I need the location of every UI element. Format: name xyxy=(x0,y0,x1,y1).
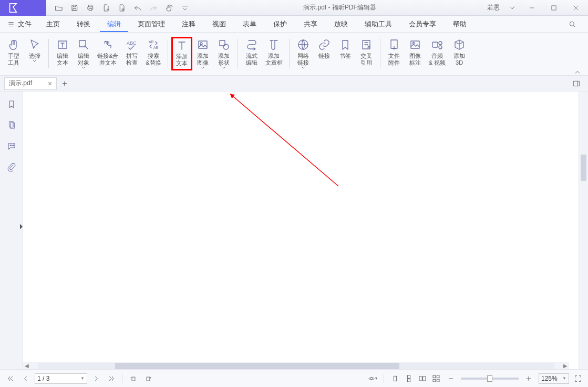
chevron-down-icon xyxy=(33,59,37,63)
link-merge-button[interactable]: AB 链接&合 并文本 xyxy=(94,37,121,70)
edit-text-button[interactable]: 编辑 文本 xyxy=(52,37,73,70)
redo-icon[interactable] xyxy=(146,1,161,15)
menu-home[interactable]: 主页 xyxy=(39,16,67,32)
continuous-page-icon[interactable] xyxy=(404,374,414,383)
link-button[interactable]: 链接 xyxy=(314,37,335,70)
menu-view[interactable]: 视图 xyxy=(205,16,233,32)
menu-help[interactable]: 帮助 xyxy=(446,16,474,32)
svg-rect-35 xyxy=(433,375,436,378)
reflow-icon xyxy=(245,38,259,52)
qat-dropdown-icon[interactable] xyxy=(178,1,192,15)
menu-edit[interactable]: 编辑 xyxy=(100,16,128,32)
hand-tool-button[interactable]: 手型 工具 xyxy=(3,37,24,67)
zoom-slider[interactable] xyxy=(461,378,519,380)
maximize-button[interactable] xyxy=(544,1,564,15)
menu-accessibility[interactable]: 辅助工具 xyxy=(357,16,399,32)
close-button[interactable] xyxy=(566,1,586,15)
reflow-edit-button[interactable]: 流式 编辑 xyxy=(241,37,262,67)
svg-point-18 xyxy=(439,42,442,45)
menu-convert[interactable]: 转换 xyxy=(69,16,98,32)
svg-rect-21 xyxy=(9,121,13,127)
zoom-in-button[interactable] xyxy=(523,373,534,384)
page-add-icon[interactable] xyxy=(99,1,114,15)
save-icon[interactable] xyxy=(67,1,82,15)
attachments-panel-icon[interactable] xyxy=(6,162,17,172)
audio-video-button[interactable]: 音频 & 视频 xyxy=(426,37,449,67)
last-page-button[interactable] xyxy=(105,373,117,384)
svg-point-25 xyxy=(13,145,14,146)
rotate-ccw-button[interactable] xyxy=(128,373,139,384)
comments-panel-icon[interactable] xyxy=(6,141,17,151)
vertical-scrollbar[interactable] xyxy=(579,91,588,369)
document-tab[interactable]: 演示.pdf × xyxy=(4,77,57,90)
menu-page-manage[interactable]: 页面管理 xyxy=(130,16,172,32)
next-page-button[interactable] xyxy=(90,373,102,384)
undo-icon[interactable] xyxy=(130,1,145,15)
text-edit-icon xyxy=(56,38,69,52)
new-tab-button[interactable]: + xyxy=(62,79,67,88)
svg-rect-28 xyxy=(147,377,150,381)
prev-page-button[interactable] xyxy=(20,373,32,384)
page-number-input[interactable]: 1 / 3▼ xyxy=(35,373,87,384)
single-page-icon[interactable] xyxy=(390,374,400,383)
menu-annotate[interactable]: 注释 xyxy=(174,16,203,32)
page-export-icon[interactable] xyxy=(115,1,129,15)
menu-protect[interactable]: 保护 xyxy=(266,16,294,32)
search-replace-button[interactable]: ABAB 搜索 &替换 xyxy=(142,37,164,70)
edit-object-button[interactable]: 编辑 对象 xyxy=(73,37,94,70)
add-3d-button[interactable]: 添加 3D xyxy=(449,37,470,67)
zoom-value-input[interactable]: 125%▼ xyxy=(539,373,569,384)
rotate-cw-button[interactable] xyxy=(142,373,154,384)
svg-rect-33 xyxy=(419,376,422,381)
document-viewport[interactable]: ◀ ▶ xyxy=(23,91,579,369)
continuous-facing-icon[interactable] xyxy=(431,374,441,383)
menu-slideshow[interactable]: 放映 xyxy=(327,16,355,32)
add-text-button[interactable]: 添加 文本 xyxy=(171,37,192,70)
first-page-button[interactable] xyxy=(5,373,17,384)
bookmark-panel-icon[interactable] xyxy=(6,99,17,109)
fullscreen-icon[interactable] xyxy=(573,374,583,383)
select-button[interactable]: 选择 xyxy=(24,37,45,67)
add-image-button[interactable]: 添加 图像 xyxy=(192,37,213,70)
cursor-icon xyxy=(28,38,42,52)
app-logo[interactable] xyxy=(0,0,46,16)
close-tab-icon[interactable]: × xyxy=(48,79,52,88)
titlebar: 演示.pdf - 福昕PDF编辑器 若愚 xyxy=(0,0,588,16)
svg-point-16 xyxy=(412,43,414,44)
image-annot-icon xyxy=(408,38,422,52)
bookmark-button[interactable]: 书签 xyxy=(335,37,356,70)
print-icon[interactable] xyxy=(83,1,98,15)
open-icon[interactable] xyxy=(51,1,66,15)
image-annot-button[interactable]: 图像 标注 xyxy=(405,37,426,67)
menu-membership[interactable]: 会员专享 xyxy=(401,16,443,32)
menu-share[interactable]: 共享 xyxy=(296,16,325,32)
user-name[interactable]: 若愚 xyxy=(487,3,500,12)
svg-rect-34 xyxy=(423,376,426,381)
hand-tool-icon[interactable] xyxy=(162,1,177,15)
search-icon[interactable] xyxy=(565,17,580,32)
file-attach-button[interactable]: 文件 附件 xyxy=(384,37,405,67)
shape-icon xyxy=(217,38,231,52)
add-shape-button[interactable]: 添加 形状 xyxy=(213,37,234,70)
link-merge-icon: AB xyxy=(101,38,115,52)
horizontal-scrollbar[interactable]: ◀ ▶ xyxy=(23,362,569,369)
file-menu[interactable]: 文件 xyxy=(7,19,32,29)
web-link-button[interactable]: 网络 链接 xyxy=(293,37,314,70)
spell-check-button[interactable]: ABC 拼写 检查 xyxy=(121,37,142,70)
add-textbox-button[interactable]: 添加 文章框 xyxy=(262,37,286,67)
svg-rect-8 xyxy=(199,41,207,48)
ribbon: 手型 工具 选择 编辑 文本 编辑 对象 AB 链接&合 并文本 ABC 拼写 … xyxy=(0,33,588,76)
menu-form[interactable]: 表单 xyxy=(235,16,264,32)
svg-line-26 xyxy=(232,96,338,186)
user-dropdown-icon[interactable] xyxy=(505,1,520,15)
tab-side-panel-icon[interactable] xyxy=(569,76,584,91)
read-mode-icon[interactable]: ▾ xyxy=(368,374,377,383)
minimize-button[interactable] xyxy=(522,1,542,15)
chevron-down-icon xyxy=(201,66,205,69)
crossref-button[interactable]: 交叉 引用 xyxy=(356,37,377,70)
pages-panel-icon[interactable] xyxy=(6,120,17,130)
facing-page-icon[interactable] xyxy=(418,374,427,383)
zoom-out-button[interactable] xyxy=(445,373,457,384)
bookmark-icon xyxy=(338,38,352,52)
svg-rect-30 xyxy=(394,376,396,381)
